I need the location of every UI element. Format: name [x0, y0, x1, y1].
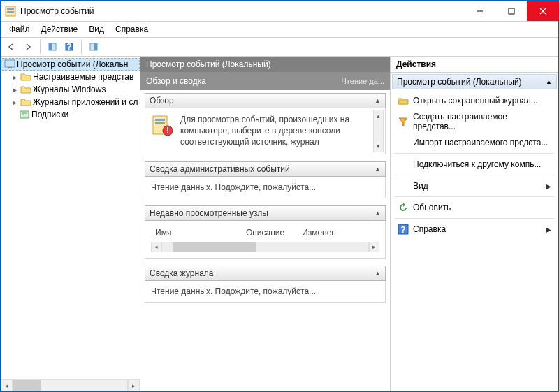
blank-icon [398, 159, 409, 170]
scroll-right-button[interactable]: ▸ [369, 242, 379, 252]
col-name[interactable]: Имя [151, 226, 242, 239]
action-separator [395, 153, 554, 154]
overview-text: Для просмотра событий, произошедших на к… [180, 114, 379, 148]
action-create-custom-view[interactable]: Создать настраиваемое представ... [391, 109, 558, 134]
center-subheader-label: Обзор и сводка [146, 76, 206, 86]
section-overview-body: ! Для просмотра событий, произошедших на… [145, 108, 386, 154]
recent-hscrollbar[interactable]: ◂ ▸ [151, 242, 379, 252]
tree-item-label: Журналы приложений и сл [33, 97, 138, 107]
svg-rect-14 [8, 67, 12, 68]
svg-rect-17 [155, 119, 165, 121]
scroll-left-button[interactable]: ◂ [151, 242, 161, 252]
back-button[interactable] [3, 39, 19, 55]
col-desc[interactable]: Описание [242, 226, 298, 239]
tree-item-label: Подписки [31, 110, 68, 119]
action-label: Создать настраиваемое представ... [413, 112, 551, 131]
forward-button[interactable] [20, 39, 36, 55]
scroll-left-button[interactable]: ◂ [1, 379, 13, 391]
svg-rect-15 [20, 111, 29, 118]
col-mod[interactable]: Изменен [298, 226, 340, 239]
tree-item-windows-logs[interactable]: ▸ Журналы Windows [1, 83, 140, 96]
svg-rect-8 [49, 43, 52, 50]
events-icon: ! [151, 114, 173, 136]
action-label: Открыть сохраненный журнал... [413, 96, 538, 106]
collapse-icon: ▲ [375, 270, 381, 277]
scroll-thumb[interactable] [13, 380, 41, 391]
titlebar[interactable]: Просмотр событий [1, 1, 558, 22]
scroll-right-button[interactable]: ▸ [128, 379, 140, 391]
section-log-header[interactable]: Сводка журнала ▲ [145, 266, 386, 281]
close-button[interactable] [527, 1, 558, 21]
svg-rect-12 [94, 43, 97, 50]
svg-rect-1 [7, 8, 14, 10]
tree-item-custom-views[interactable]: ▸ Настраиваемые представ [1, 71, 140, 83]
section-recent-header[interactable]: Недавно просмотренные узлы ▲ [145, 205, 386, 221]
filter-icon [398, 116, 409, 127]
refresh-icon [398, 202, 409, 213]
action-separator [395, 175, 554, 175]
minimize-button[interactable] [464, 1, 495, 21]
section-overview: Обзор ▲ ! Для просмотра событий, произош… [145, 93, 386, 154]
folder-open-icon [398, 95, 409, 106]
svg-rect-2 [7, 11, 14, 13]
blank-icon [398, 137, 409, 148]
menu-action[interactable]: Действие [36, 23, 84, 36]
collapse-icon: ▲ [375, 210, 381, 217]
action-list: Открыть сохраненный журнал... Создать на… [391, 91, 558, 239]
center-body[interactable]: Обзор ▲ ! Для просмотра событий, произош… [140, 90, 390, 391]
show-actions-button[interactable] [86, 39, 101, 55]
tree-item-app-logs[interactable]: ▸ Журналы приложений и сл [1, 96, 140, 108]
tree-item-subscriptions[interactable]: Подписки [1, 108, 140, 121]
menubar: Файл Действие Вид Справка [1, 22, 558, 37]
actions-pane: Действия Просмотр событий (Локальный) ▲ … [391, 57, 558, 391]
action-label: Справка [413, 224, 446, 234]
folder-icon [20, 96, 31, 108]
scroll-thumb[interactable] [173, 242, 256, 252]
center-header: Просмотр событий (Локальный) [140, 57, 390, 72]
action-refresh[interactable]: Обновить [391, 199, 558, 216]
reading-status: Чтение да... [342, 77, 384, 85]
action-import-custom-view[interactable]: Импорт настраиваемого предста... [391, 134, 558, 151]
section-title: Недавно просмотренные узлы [150, 208, 268, 218]
action-help[interactable]: ? Справка ▶ [391, 221, 558, 238]
tree-item-label: Журналы Windows [33, 85, 106, 94]
loading-text: Чтение данных. Подождите, пожалуйста... [151, 182, 316, 192]
menu-view[interactable]: Вид [83, 23, 110, 36]
collapse-icon: ▲ [375, 166, 381, 173]
recent-columns: Имя Описание Изменен [151, 226, 379, 239]
expand-icon[interactable]: ▸ [10, 73, 19, 81]
help-icon: ? [398, 224, 409, 235]
show-tree-button[interactable] [45, 39, 60, 55]
maximize-button[interactable] [495, 1, 527, 21]
expand-icon[interactable]: ▸ [10, 99, 19, 106]
tree-hscrollbar[interactable]: ◂ ▸ [1, 379, 140, 391]
action-label: Импорт настраиваемого предста... [413, 138, 548, 147]
toolbar-separator [40, 40, 41, 54]
expand-icon[interactable]: ▸ [10, 86, 19, 94]
action-view[interactable]: Вид ▶ [391, 177, 558, 194]
menu-file[interactable]: Файл [3, 23, 36, 36]
section-overview-header[interactable]: Обзор ▲ [145, 93, 386, 108]
section-recent-body: Имя Описание Изменен ◂ ▸ [145, 221, 386, 259]
overview-vscrollbar[interactable]: ▴▾ [373, 110, 384, 152]
section-admin: Сводка административных событий ▲ Чтение… [145, 161, 386, 198]
section-admin-header[interactable]: Сводка административных событий ▲ [145, 161, 386, 177]
window-buttons [464, 1, 558, 21]
scroll-track[interactable] [13, 379, 128, 391]
computer-icon [4, 59, 15, 70]
event-viewer-window: Просмотр событий Файл Действие Вид Справ… [0, 0, 559, 392]
svg-rect-4 [509, 8, 514, 14]
help-button[interactable]: ? [61, 39, 77, 55]
action-separator [395, 196, 554, 197]
menu-help[interactable]: Справка [110, 23, 154, 36]
section-title: Сводка административных событий [150, 164, 290, 174]
scroll-track[interactable] [161, 242, 369, 252]
section-log: Сводка журнала ▲ Чтение данных. Подождит… [145, 266, 386, 303]
actions-subheader-label: Просмотр событий (Локальный) [397, 77, 522, 87]
blank-icon [398, 180, 409, 191]
tree-content: Просмотр событий (Локальн ▸ Настраиваемы… [1, 57, 140, 379]
tree-root[interactable]: Просмотр событий (Локальн [1, 58, 140, 71]
action-connect-computer[interactable]: Подключиться к другому компь... [391, 156, 558, 173]
actions-subheader[interactable]: Просмотр событий (Локальный) ▲ [392, 74, 557, 89]
action-open-saved-log[interactable]: Открыть сохраненный журнал... [391, 92, 558, 109]
